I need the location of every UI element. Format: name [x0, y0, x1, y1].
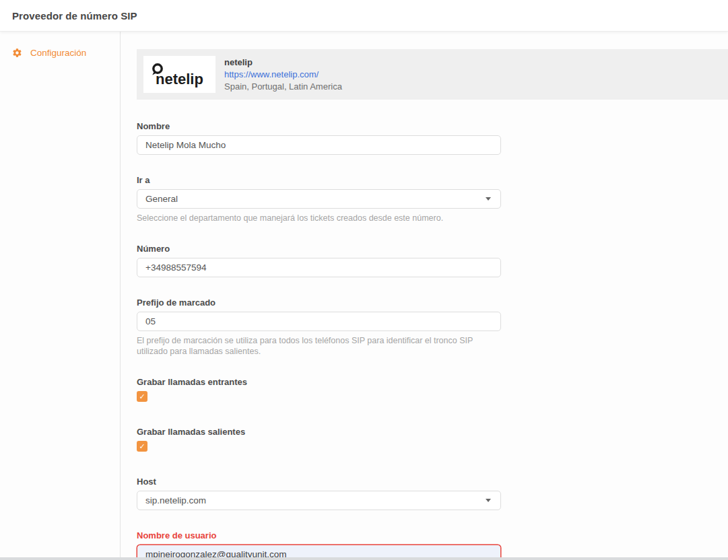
sidebar: Configuración — [0, 32, 121, 560]
provider-meta: netelip https://www.netelip.com/ Spain, … — [224, 57, 342, 92]
ir-a-selected-value: General — [145, 194, 178, 204]
main-content: netelip netelip https://www.netelip.com/… — [121, 32, 728, 560]
host-label: Host — [137, 477, 501, 487]
ir-a-helper-text: Seleccione el departamento que manejará … — [137, 213, 494, 223]
provider-logo: netelip — [143, 56, 216, 93]
field-group-numero: Número — [137, 244, 501, 277]
field-group-usuario: Nombre de usuario — [137, 530, 501, 560]
grabar-entrantes-label: Grabar llamadas entrantes — [137, 377, 501, 388]
sidebar-item-configuracion[interactable]: Configuración — [0, 48, 120, 58]
field-group-prefijo: Prefijo de marcado El prefijo de marcaci… — [137, 298, 501, 357]
configuration-form: Nombre Ir a General Seleccione el depart… — [137, 121, 501, 560]
field-group-nombre: Nombre — [137, 121, 501, 155]
host-select[interactable]: sip.netelip.com — [137, 491, 501, 510]
grabar-salientes-checkbox[interactable] — [137, 441, 147, 452]
numero-input[interactable] — [137, 258, 501, 277]
prefijo-label: Prefijo de marcado — [137, 298, 501, 308]
page-body: Configuración netelip netelip https://ww… — [0, 32, 728, 560]
app-header: Proveedor de número SIP — [0, 0, 728, 32]
provider-name: netelip — [224, 57, 342, 67]
gear-icon — [12, 48, 22, 58]
svg-text:netelip: netelip — [156, 71, 203, 88]
chevron-down-icon — [486, 197, 491, 201]
grabar-entrantes-checkbox[interactable] — [137, 391, 147, 402]
page-title: Proveedor de número SIP — [12, 10, 137, 22]
ir-a-select[interactable]: General — [137, 189, 501, 209]
bottom-edge-strip — [0, 557, 728, 560]
provider-regions: Spain, Portugal, Latin America — [224, 81, 342, 92]
nombre-input[interactable] — [137, 135, 501, 155]
field-group-grabar-entrantes: Grabar llamadas entrantes — [137, 377, 501, 402]
netelip-logo-icon: netelip — [149, 62, 211, 88]
usuario-label: Nombre de usuario — [137, 530, 501, 541]
host-selected-value: sip.netelip.com — [145, 495, 206, 505]
numero-label: Número — [137, 244, 501, 254]
field-group-grabar-salientes: Grabar llamadas salientes — [137, 427, 501, 452]
sidebar-item-label: Configuración — [30, 48, 86, 58]
prefijo-input[interactable] — [137, 312, 501, 331]
field-group-ir-a: Ir a General Seleccione el departamento … — [137, 175, 501, 223]
provider-banner: netelip netelip https://www.netelip.com/… — [137, 49, 728, 100]
ir-a-label: Ir a — [137, 175, 501, 186]
field-group-host: Host sip.netelip.com — [137, 477, 501, 510]
chevron-down-icon — [486, 499, 491, 502]
grabar-salientes-label: Grabar llamadas salientes — [137, 427, 501, 438]
provider-url-link[interactable]: https://www.netelip.com/ — [224, 69, 342, 79]
nombre-label: Nombre — [137, 121, 501, 132]
prefijo-helper-text: El prefijo de marcación se utiliza para … — [137, 335, 494, 357]
